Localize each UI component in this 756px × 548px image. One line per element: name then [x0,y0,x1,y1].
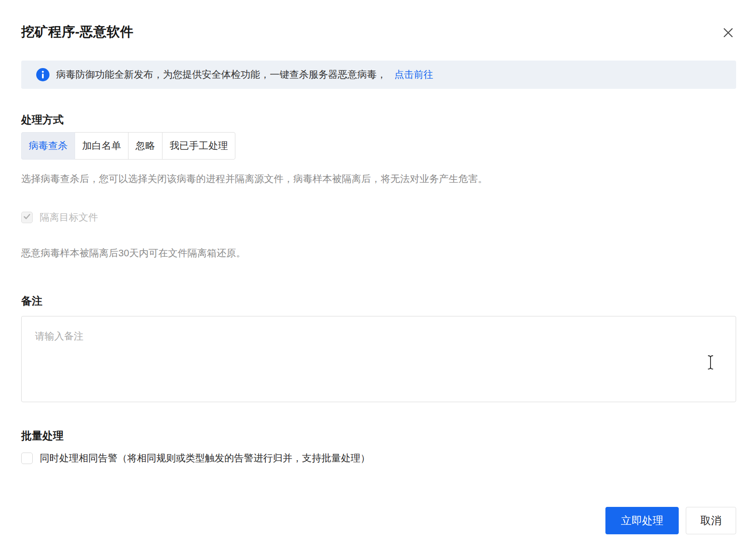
malware-handling-dialog: 挖矿程序-恶意软件 病毒防御功能全新发布，为您提供安全体检功能，一键查杀服务器恶… [0,0,756,534]
batch-checkbox-row: 同时处理相同告警（将相同规则或类型触发的告警进行归并，支持批量处理） [21,452,736,465]
info-banner: 病毒防御功能全新发布，为您提供安全体检功能，一键查杀服务器恶意病毒， 点击前往 [21,61,736,89]
section-label-batch: 批量处理 [21,430,736,442]
tab-manual-handled[interactable]: 我已手工处理 [162,132,235,160]
page-title: 挖矿程序-恶意软件 [21,24,134,40]
batch-checkbox[interactable] [21,453,33,464]
remark-box [21,316,736,402]
close-button[interactable] [720,25,736,41]
cancel-button[interactable]: 取消 [686,507,736,534]
quarantine-checkbox [21,212,33,223]
check-icon [23,213,31,222]
handling-description: 选择病毒查杀后，您可以选择关闭该病毒的进程并隔离源文件，病毒样本被隔离后，将无法… [21,172,736,186]
quarantine-checkbox-row: 隔离目标文件 [21,211,736,224]
tab-virus-scan[interactable]: 病毒查杀 [21,132,75,160]
section-label-remark: 备注 [21,295,736,307]
info-icon [36,68,49,81]
tab-ignore[interactable]: 忽略 [128,132,163,160]
section-label-handling: 处理方式 [21,114,736,126]
banner-text: 病毒防御功能全新发布，为您提供安全体检功能，一键查杀服务器恶意病毒， [56,68,386,81]
banner-link[interactable]: 点击前往 [394,68,433,81]
close-icon [722,34,734,40]
dialog-footer: 立即处理 取消 [21,507,736,534]
confirm-button[interactable]: 立即处理 [605,507,679,534]
dialog-header: 挖矿程序-恶意软件 [21,0,736,41]
tab-whitelist[interactable]: 加白名单 [75,132,129,160]
handling-tabs: 病毒查杀 加白名单 忽略 我已手工处理 [21,132,235,160]
batch-checkbox-label: 同时处理相同告警（将相同规则或类型触发的告警进行归并，支持批量处理） [40,452,370,465]
quarantine-checkbox-label: 隔离目标文件 [40,211,98,224]
remark-textarea[interactable] [21,316,736,402]
quarantine-note: 恶意病毒样本被隔离后30天内可在文件隔离箱还原。 [21,247,736,259]
